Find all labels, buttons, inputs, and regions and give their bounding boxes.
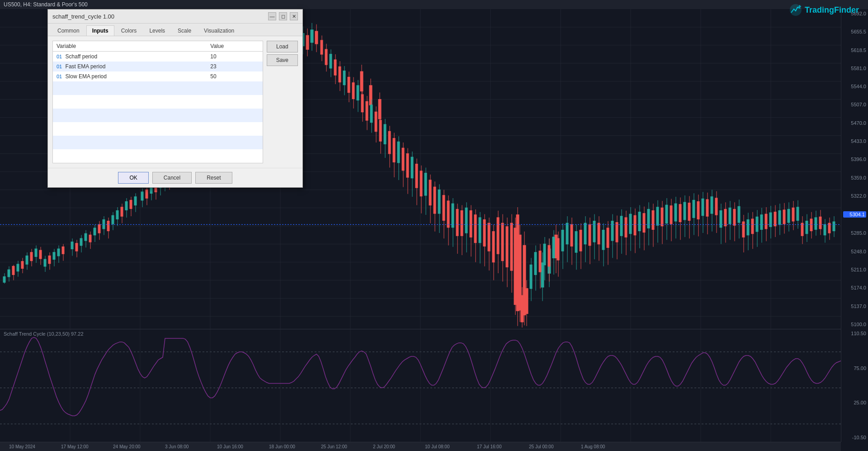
svg-rect-386 [774, 212, 776, 226]
price-5470: 5470.0 [843, 120, 866, 126]
svg-rect-114 [130, 200, 132, 209]
row2-variable: 01 Fast EMA period [53, 62, 207, 71]
svg-rect-46 [35, 249, 37, 256]
svg-rect-54 [306, 35, 309, 49]
col-value-header: Value [207, 41, 263, 52]
svg-rect-60 [360, 71, 363, 91]
svg-rect-78 [44, 259, 46, 266]
svg-rect-294 [566, 223, 568, 244]
time-1aug: 1 Aug 08:00 [581, 444, 605, 449]
svg-rect-210 [375, 112, 377, 131]
svg-rect-306 [593, 221, 595, 242]
price-5248: 5248.0 [843, 249, 866, 254]
row1-variable: 01 Schaff period [53, 52, 207, 62]
svg-rect-342 [675, 204, 677, 221]
tradingfinder-logo: TradingFinder [789, 4, 859, 16]
time-2jul: 2 Jul 20:00 [373, 444, 395, 449]
dialog-close-button[interactable]: ✕ [290, 12, 298, 20]
row3-variable-name: Slow EMA period [66, 73, 107, 80]
reset-button[interactable]: Reset [195, 172, 232, 184]
svg-rect-100 [98, 224, 100, 233]
tab-visualization[interactable]: Visualization [198, 25, 240, 36]
svg-rect-308 [598, 223, 600, 244]
svg-rect-352 [697, 202, 699, 219]
svg-rect-358 [711, 197, 713, 214]
load-save-area: Load Save [267, 41, 298, 163]
svg-rect-278 [530, 265, 532, 289]
svg-rect-188 [325, 49, 327, 65]
svg-rect-368 [733, 209, 736, 225]
svg-rect-250 [465, 208, 467, 233]
svg-rect-348 [688, 203, 690, 220]
dialog-tabs: Common Inputs Colors Levels Scale Visual… [48, 24, 302, 36]
svg-rect-404 [815, 218, 817, 229]
svg-rect-230 [420, 171, 422, 196]
time-3jun: 3 Jun 08:00 [165, 444, 189, 449]
tab-inputs[interactable]: Inputs [86, 25, 114, 36]
dialog-restore-button[interactable]: ◻ [279, 12, 287, 20]
svg-rect-104 [107, 221, 109, 231]
tab-scale[interactable]: Scale [172, 25, 197, 36]
row2-value[interactable]: 23 [207, 62, 263, 71]
dialog-minimize-button[interactable]: — [268, 12, 276, 20]
svg-rect-56 [311, 30, 313, 43]
time-17may: 17 May 12:00 [61, 444, 89, 449]
row3-value[interactable]: 50 [207, 71, 263, 81]
dialog-titlebar[interactable]: schaff_trend_cycle 1.00 — ◻ ✕ [48, 9, 302, 24]
svg-rect-218 [393, 138, 395, 162]
row1-value[interactable]: 10 [207, 52, 263, 62]
svg-rect-366 [729, 208, 731, 224]
time-17jul: 17 Jul 16:00 [477, 444, 502, 449]
svg-rect-380 [760, 215, 763, 229]
tab-levels[interactable]: Levels [143, 25, 171, 36]
svg-rect-346 [684, 202, 686, 219]
price-5359: 5359.0 [843, 175, 866, 180]
svg-rect-324 [634, 215, 636, 235]
svg-rect-336 [661, 208, 663, 226]
indicator-settings-dialog[interactable]: schaff_trend_cycle 1.00 — ◻ ✕ Common Inp… [47, 9, 303, 188]
svg-rect-112 [125, 202, 127, 210]
indicator-chart [0, 329, 841, 442]
price-current: 5304.1 [843, 211, 866, 218]
svg-rect-310 [602, 230, 604, 250]
svg-rect-234 [429, 180, 431, 205]
price-5581: 5581.0 [843, 66, 866, 71]
table-row: 01 Fast EMA period 23 [53, 62, 263, 71]
svg-rect-364 [724, 209, 726, 226]
svg-rect-242 [447, 201, 449, 227]
tab-colors[interactable]: Colors [115, 25, 143, 36]
svg-rect-338 [665, 205, 668, 223]
top-bar: US500, H4: Standard & Poor's 500 [0, 0, 868, 9]
svg-rect-328 [643, 214, 645, 232]
dialog-body: Variable Value 01 Schaff period 10 [52, 41, 298, 163]
svg-rect-390 [783, 210, 785, 224]
svg-rect-282 [539, 251, 541, 272]
time-10jul: 10 Jul 08:00 [425, 444, 450, 449]
svg-rect-398 [801, 223, 803, 236]
svg-rect-202 [357, 85, 359, 100]
ok-button[interactable]: OK [118, 172, 148, 184]
svg-rect-58 [315, 31, 318, 44]
row3-variable: 01 Slow EMA period [53, 71, 207, 81]
tab-common[interactable]: Common [52, 25, 85, 36]
svg-rect-266 [501, 223, 504, 261]
load-button[interactable]: Load [267, 41, 298, 52]
svg-rect-120 [146, 190, 148, 198]
svg-rect-290 [557, 238, 559, 260]
svg-rect-92 [80, 238, 82, 245]
save-button[interactable]: Save [267, 54, 298, 66]
inputs-table: Variable Value 01 Schaff period 10 [52, 41, 263, 163]
cancel-button[interactable]: Cancel [152, 172, 192, 184]
svg-rect-392 [788, 209, 790, 223]
row1-num: 01 [57, 54, 62, 59]
svg-rect-98 [94, 228, 96, 235]
svg-rect-394 [792, 208, 794, 221]
svg-rect-206 [366, 101, 368, 120]
svg-rect-240 [443, 195, 445, 220]
svg-rect-406 [819, 217, 821, 229]
logo-icon [789, 4, 802, 16]
inputs-table-area: Variable Value 01 Schaff period 10 [52, 41, 263, 163]
price-5544: 5544.0 [843, 84, 866, 89]
svg-rect-116 [134, 197, 137, 205]
svg-rect-354 [702, 199, 704, 216]
